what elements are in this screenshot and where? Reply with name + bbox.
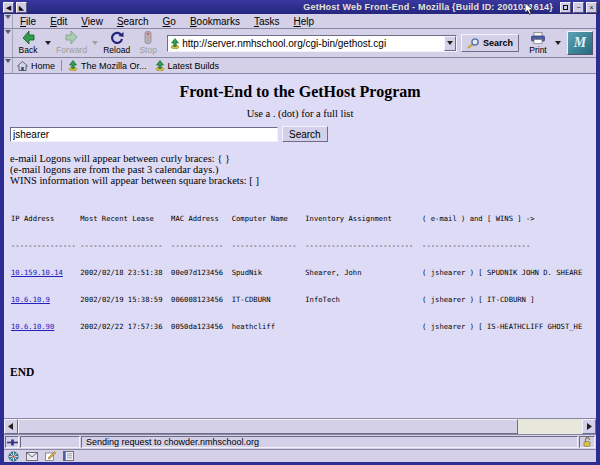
personal-toolbar-grippy[interactable] bbox=[4, 58, 13, 73]
bookmark-mozilla-org[interactable]: The Mozilla Or... bbox=[64, 58, 151, 73]
home-icon bbox=[17, 61, 28, 71]
query-form: Search bbox=[10, 126, 596, 142]
stop-button[interactable]: Stop bbox=[133, 30, 163, 57]
back-dropdown-arrow[interactable] bbox=[45, 41, 51, 45]
horizontal-scrollbar[interactable] bbox=[4, 419, 596, 435]
toolbar-separator bbox=[61, 60, 62, 71]
mail-icon[interactable] bbox=[26, 452, 38, 461]
ip-link[interactable]: 10.6.10.9 bbox=[11, 295, 50, 304]
address-book-icon[interactable] bbox=[63, 451, 74, 461]
scrollbar-thumb[interactable] bbox=[18, 419, 518, 434]
titlebar[interactable]: ◀ ◣ GetHost Web Front-End - Mozilla {Bui… bbox=[0, 0, 600, 14]
forward-button[interactable]: Forward bbox=[53, 30, 90, 57]
end-label: END bbox=[10, 366, 596, 378]
print-label: Print bbox=[529, 45, 546, 55]
window-shade-button[interactable]: ◀ bbox=[3, 2, 14, 13]
scroll-left-button[interactable] bbox=[4, 419, 18, 434]
table-dashes-row: --------------- ------------------- ----… bbox=[11, 241, 596, 250]
search-button-label: Search bbox=[483, 38, 513, 48]
bookmark-latest-builds[interactable]: Latest Builds bbox=[151, 58, 224, 73]
note-line: (e-mail logons are from the past 3 calen… bbox=[10, 164, 596, 175]
bookmark-label: Latest Builds bbox=[168, 61, 220, 71]
component-bar bbox=[4, 450, 596, 462]
forward-icon bbox=[64, 31, 79, 44]
scroll-right-button[interactable] bbox=[582, 419, 596, 434]
url-input[interactable] bbox=[180, 38, 444, 49]
row-data: 2002/02/18 23:51:38 00e07d123456 SpudNik… bbox=[63, 268, 582, 277]
page-search-button[interactable]: Search bbox=[282, 126, 328, 142]
menubar-grippy[interactable] bbox=[4, 14, 13, 28]
menu-go[interactable]: Go bbox=[156, 16, 183, 27]
stop-icon bbox=[143, 31, 153, 44]
personal-toolbar: Home The Mozilla Or... Latest Builds bbox=[4, 58, 596, 74]
window-close-button[interactable]: × bbox=[586, 2, 597, 13]
forward-label: Forward bbox=[56, 45, 87, 55]
reload-label: Reload bbox=[103, 45, 130, 55]
home-toolbar-button[interactable]: Home bbox=[13, 58, 59, 73]
print-dropdown-arrow[interactable] bbox=[555, 41, 561, 45]
navigator-icon[interactable] bbox=[8, 451, 19, 462]
ip-link[interactable]: 10.6.10.90 bbox=[11, 322, 54, 331]
back-button[interactable]: Back bbox=[13, 30, 43, 57]
status-bar: Sending request to chowder.nmhschool.org bbox=[4, 435, 596, 450]
mouse-cursor-icon bbox=[525, 3, 534, 15]
stop-label: Stop bbox=[139, 45, 157, 55]
bookmark-icon bbox=[155, 60, 165, 71]
menu-search[interactable]: Search bbox=[110, 16, 156, 27]
print-button[interactable]: Print bbox=[523, 30, 553, 57]
mozilla-logo-button[interactable]: M bbox=[567, 31, 593, 55]
home-label: Home bbox=[31, 61, 55, 71]
table-row: 10.159.10.14 2002/02/18 23:51:38 00e07d1… bbox=[11, 268, 596, 277]
window-minimize-button[interactable]: − bbox=[573, 2, 584, 13]
menu-edit[interactable]: Edit bbox=[43, 16, 74, 27]
window-title: GetHost Web Front-End - Mozilla {Build I… bbox=[28, 2, 559, 12]
navbar-grippy[interactable] bbox=[4, 29, 13, 57]
reload-icon bbox=[110, 31, 124, 44]
back-icon bbox=[21, 31, 36, 44]
menu-file[interactable]: File bbox=[13, 16, 43, 27]
query-input[interactable] bbox=[10, 127, 278, 142]
composer-icon[interactable] bbox=[45, 451, 56, 461]
status-spacer-cell bbox=[20, 436, 80, 448]
table-row: 10.6.10.9 2002/02/19 15:38:59 0060081234… bbox=[11, 295, 596, 304]
url-dropdown-button[interactable] bbox=[444, 36, 456, 51]
print-icon bbox=[530, 32, 546, 44]
hint-text: Use a . (dot) for a full list bbox=[4, 108, 596, 119]
bookmark-icon[interactable] bbox=[170, 38, 180, 49]
search-button[interactable]: Search bbox=[461, 34, 519, 52]
navigation-toolbar: Back Forward Reload Stop bbox=[4, 29, 596, 58]
host-table: IP Address Most Recent Lease MAC Address… bbox=[11, 196, 596, 349]
table-row: 10.6.10.90 2002/02/22 17:57:36 0050da123… bbox=[11, 322, 596, 331]
forward-dropdown-arrow[interactable] bbox=[92, 41, 98, 45]
menu-bookmarks[interactable]: Bookmarks bbox=[183, 16, 247, 27]
status-message: Sending request to chowder.nmhschool.org bbox=[81, 436, 578, 448]
browser-window: ◀ ◣ GetHost Web Front-End - Mozilla {Bui… bbox=[0, 0, 600, 465]
note-line: WINS information will appear between squ… bbox=[10, 175, 596, 186]
row-data: 2002/02/22 17:57:36 0050da123456 heathcl… bbox=[54, 322, 582, 331]
security-lock-icon[interactable] bbox=[579, 436, 595, 448]
scrollbar-track[interactable] bbox=[518, 419, 582, 434]
component-bar-handle[interactable] bbox=[5, 436, 19, 448]
bookmark-label: The Mozilla Or... bbox=[81, 61, 147, 71]
menu-tasks[interactable]: Tasks bbox=[247, 16, 287, 27]
bookmark-icon bbox=[68, 60, 78, 71]
window-menu-button[interactable]: ◣ bbox=[16, 2, 27, 13]
window-restore-button[interactable] bbox=[560, 2, 571, 13]
reload-button[interactable]: Reload bbox=[100, 30, 133, 57]
back-label: Back bbox=[19, 45, 38, 55]
menu-view[interactable]: View bbox=[74, 16, 110, 27]
page-content: Front-End to the GetHost Program Use a .… bbox=[4, 74, 596, 419]
ip-link[interactable]: 10.159.10.14 bbox=[11, 268, 63, 277]
url-bar[interactable] bbox=[167, 35, 457, 52]
menu-bar: File Edit View Search Go Bookmarks Tasks… bbox=[4, 14, 596, 29]
table-header-row: IP Address Most Recent Lease MAC Address… bbox=[11, 214, 596, 223]
row-data: 2002/02/19 15:38:59 006008123456 IT-CDBU… bbox=[50, 295, 535, 304]
note-line: e-mail Logons will appear between curly … bbox=[10, 153, 596, 164]
notes: e-mail Logons will appear between curly … bbox=[10, 153, 596, 186]
menu-help[interactable]: Help bbox=[287, 16, 322, 27]
page-title: Front-End to the GetHost Program bbox=[4, 83, 596, 101]
search-icon bbox=[467, 38, 480, 49]
